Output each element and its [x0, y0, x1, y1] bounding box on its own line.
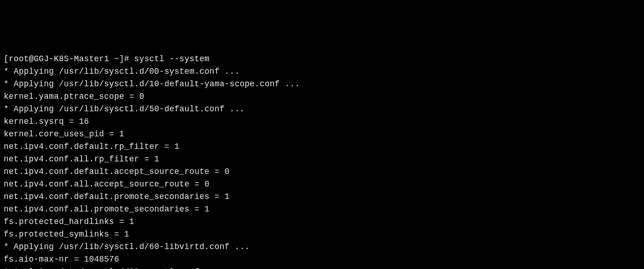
typed-command: sysctl --system — [134, 54, 210, 64]
output-line: kernel.yama.ptrace_scope = 0 — [4, 90, 640, 103]
output-line: * Applying /etc/sysctl.d/99-sysctl.conf … — [4, 266, 640, 269]
output-line: kernel.sysrq = 16 — [4, 115, 640, 128]
output-line: * Applying /usr/lib/sysctl.d/10-default-… — [4, 78, 640, 90]
terminal-command-line[interactable]: [root@GGJ-K8S-Master1 ~]# sysctl --syste… — [4, 53, 640, 65]
output-line: fs.aio-max-nr = 1048576 — [4, 253, 640, 266]
output-line: fs.protected_symlinks = 1 — [4, 228, 640, 241]
output-line: net.ipv4.conf.all.accept_source_route = … — [4, 178, 640, 191]
output-line: net.ipv4.conf.default.rp_filter = 1 — [4, 141, 640, 153]
output-line: net.ipv4.conf.default.accept_source_rout… — [4, 166, 640, 178]
output-line: * Applying /usr/lib/sysctl.d/50-default.… — [4, 103, 640, 115]
shell-prompt: [root@GGJ-K8S-Master1 ~]# — [4, 54, 134, 64]
output-line: net.ipv4.conf.default.promote_secondarie… — [4, 191, 640, 203]
output-line: * Applying /usr/lib/sysctl.d/60-libvirtd… — [4, 241, 640, 253]
output-line: net.ipv4.conf.all.rp_filter = 1 — [4, 153, 640, 166]
output-line: net.ipv4.conf.all.promote_secondaries = … — [4, 203, 640, 216]
output-line: kernel.core_uses_pid = 1 — [4, 128, 640, 141]
output-line: fs.protected_hardlinks = 1 — [4, 216, 640, 228]
output-line: * Applying /usr/lib/sysctl.d/00-system.c… — [4, 65, 640, 78]
